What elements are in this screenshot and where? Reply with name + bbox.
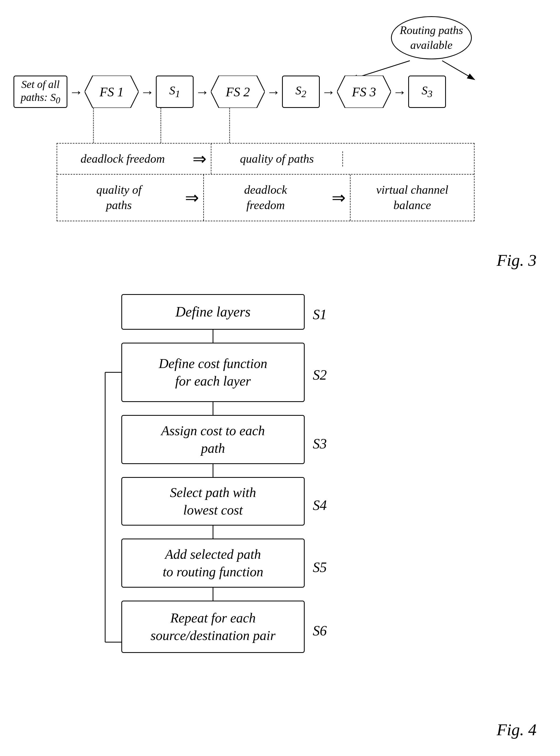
fs3-label: FS 3 bbox=[352, 84, 376, 99]
s1-label: S1 bbox=[169, 84, 180, 100]
step-s6-label: S6 bbox=[313, 623, 327, 639]
fig4-label: Fig. 4 bbox=[497, 720, 537, 739]
fs1-label: FS 1 bbox=[99, 84, 123, 99]
step-s6-text: Repeat for eachsource/destination pair bbox=[151, 609, 275, 644]
filter-r2-c3: virtual channelbalance bbox=[350, 175, 474, 220]
dotted-line-fs1 bbox=[93, 108, 94, 143]
dotted-line-fs2 bbox=[229, 108, 230, 143]
routing-paths-oval: Routing pathsavailable bbox=[391, 16, 472, 59]
filter-grid: deadlock freedom ⇒ quality of paths qual… bbox=[57, 143, 475, 221]
s2-label: S2 bbox=[296, 84, 306, 100]
filter-r1-c3 bbox=[342, 151, 474, 167]
step-s4-box: Select path withlowest cost bbox=[121, 477, 305, 526]
fig3-diagram: Routing pathsavailable Set of allpaths: … bbox=[8, 11, 553, 275]
s0-label: Set of allpaths: S0 bbox=[21, 78, 60, 106]
fs2-label: FS 2 bbox=[226, 84, 250, 99]
step-s3-label: S3 bbox=[313, 436, 327, 452]
step-s3-box: Assign cost to eachpath bbox=[121, 415, 305, 464]
fs2-box: FS 2 bbox=[211, 76, 265, 108]
s0-box: Set of allpaths: S0 bbox=[14, 76, 67, 108]
step-s1-text: Define layers bbox=[176, 303, 251, 321]
flow-row: Set of allpaths: S0 → FS 1 → S1 → FS 2 → bbox=[14, 76, 446, 108]
step-s2-text: Define cost functionfor each layer bbox=[159, 355, 267, 390]
s3-box: S3 bbox=[408, 76, 446, 108]
svg-line-2 bbox=[442, 61, 475, 80]
s3-label: S3 bbox=[422, 84, 433, 100]
step-s2-label: S2 bbox=[313, 367, 327, 383]
step-s6-box: Repeat for eachsource/destination pair bbox=[121, 601, 305, 653]
filter-arrow-r2b: ⇒ bbox=[327, 188, 350, 208]
filter-r1-c1: deadlock freedom bbox=[57, 143, 188, 174]
s1-box: S1 bbox=[156, 76, 194, 108]
step-s4-label: S4 bbox=[313, 497, 327, 513]
fig3-label: Fig. 3 bbox=[497, 251, 537, 270]
fs1-box: FS 1 bbox=[85, 76, 139, 108]
step-s5-box: Add selected pathto routing function bbox=[121, 539, 305, 588]
filter-r2-c1: quality ofpaths bbox=[57, 175, 181, 220]
step-s5-text: Add selected pathto routing function bbox=[163, 546, 263, 581]
step-s3-text: Assign cost to eachpath bbox=[161, 422, 265, 457]
routing-paths-label: Routing pathsavailable bbox=[400, 23, 463, 52]
step-s5-label: S5 bbox=[313, 559, 327, 575]
filter-arrow-r2a: ⇒ bbox=[181, 188, 203, 208]
step-s2-box: Define cost functionfor each layer bbox=[121, 343, 305, 402]
step-s1-box: Define layers bbox=[121, 294, 305, 330]
filter-arrow-r1: ⇒ bbox=[188, 149, 211, 169]
fig4-diagram: Define layers S1 Define cost functionfor… bbox=[8, 286, 553, 745]
s2-box: S2 bbox=[282, 76, 320, 108]
step-s1-label: S1 bbox=[313, 307, 327, 323]
fs3-box: FS 3 bbox=[337, 76, 391, 108]
dotted-line-s1 bbox=[160, 108, 161, 143]
filter-r1-c2: quality of paths bbox=[211, 143, 342, 174]
filter-r2-c2: deadlockfreedom bbox=[203, 175, 327, 220]
step-s4-text: Select path withlowest cost bbox=[170, 484, 256, 519]
